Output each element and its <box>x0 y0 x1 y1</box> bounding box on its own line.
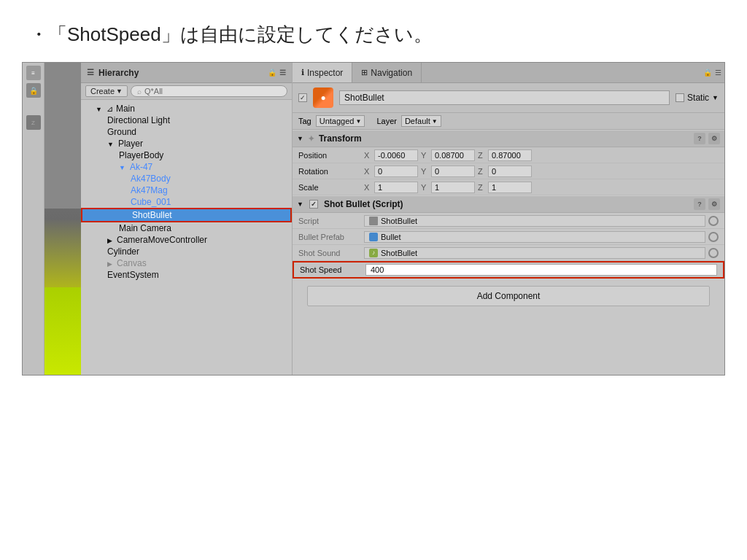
transform-triangle-icon: ▼ <box>297 135 303 142</box>
object-icon: ● <box>313 88 333 108</box>
position-x-input[interactable] <box>374 149 418 161</box>
inspector-panel: ℹ Inspector ⊞ Navigation 🔒 ☰ ● Static ▼ <box>293 63 724 375</box>
rotation-x-input[interactable] <box>374 166 418 177</box>
inspector-menu-icon[interactable]: ☰ <box>715 69 721 77</box>
scale-z-input[interactable] <box>488 182 532 193</box>
search-icon: ⌕ <box>137 88 142 96</box>
scale-x-input[interactable] <box>374 182 418 193</box>
object-name-input[interactable] <box>339 90 670 105</box>
create-button[interactable]: Create ▼ <box>85 85 128 97</box>
sound-circle-link[interactable] <box>708 248 719 258</box>
bullet-asset-icon <box>369 233 378 241</box>
bullet-prefab-row: Bullet Prefab Bullet <box>293 229 724 245</box>
tag-layer-row: Tag Untagged ▼ Layer Default ▼ <box>293 113 724 130</box>
sidebar-item-cube001[interactable]: Cube_001 <box>81 196 292 208</box>
sz-letter: Z <box>478 183 487 192</box>
ry-letter: Y <box>421 167 430 176</box>
strip-menu-icon[interactable]: ≡ <box>26 66 41 80</box>
scale-y-input[interactable] <box>431 182 475 193</box>
z-letter: Z <box>478 151 487 160</box>
position-z-input[interactable] <box>488 149 532 161</box>
scale-y-group: Y <box>421 182 475 193</box>
hierarchy-icon: ☰ <box>87 68 94 77</box>
script-circle-link[interactable] <box>708 216 719 226</box>
script-help-icon[interactable]: ? <box>694 198 705 210</box>
sidebar-item-shotbullet[interactable]: ShotBullet <box>81 208 292 222</box>
rotation-y-input[interactable] <box>431 166 475 177</box>
bullet-circle-link[interactable] <box>708 232 719 242</box>
position-xyz: X Y Z <box>364 149 719 161</box>
script-title: Shot Bullet (Script) <box>324 199 403 209</box>
script-checkbox[interactable] <box>309 200 318 209</box>
bullet-value-box[interactable]: Bullet <box>364 231 705 243</box>
hierarchy-lock-icon[interactable]: 🔒 <box>268 69 276 77</box>
inspector-lock-icon[interactable]: 🔒 <box>703 69 712 77</box>
sound-value-box[interactable]: ♪ ShotBullet <box>364 247 705 259</box>
static-dropdown-icon[interactable]: ▼ <box>712 94 719 101</box>
transform-help-icon[interactable]: ? <box>694 133 705 144</box>
sidebar-item-eventsystem[interactable]: EventSystem <box>81 269 292 281</box>
sidebar-item-canvas[interactable]: Canvas <box>81 257 292 269</box>
script-section-icons: ? ⚙ <box>694 198 720 210</box>
sound-value-text: ShotBullet <box>381 249 417 257</box>
layer-select[interactable]: Default ▼ <box>401 115 441 127</box>
tab-navigation[interactable]: ⊞ Navigation <box>352 63 422 82</box>
sidebar-item-cylinder[interactable]: Cylinder <box>81 246 292 257</box>
rotation-x-group: X <box>364 166 418 177</box>
script-value-box[interactable]: ShotBullet <box>364 215 705 227</box>
sidebar-item-ak47mag[interactable]: Ak47Mag <box>81 184 292 196</box>
position-y-input[interactable] <box>431 149 475 161</box>
rotation-z-group: Z <box>478 166 532 177</box>
script-gear-icon[interactable]: ⚙ <box>708 198 720 210</box>
transform-icon: ✦ <box>308 134 314 144</box>
inspector-tabs: ℹ Inspector ⊞ Navigation 🔒 ☰ <box>293 63 724 83</box>
add-component-button[interactable]: Add Component <box>307 286 710 306</box>
static-checkbox[interactable] <box>676 93 684 102</box>
rx-letter: X <box>364 167 373 176</box>
rotation-label: Rotation <box>298 167 364 176</box>
triangle-ak47-icon <box>119 162 127 172</box>
sidebar-item-player[interactable]: Player <box>81 138 292 149</box>
triangle-canvas-icon <box>107 258 114 268</box>
item-label: EventSystem <box>107 270 159 280</box>
triangle-main-icon <box>96 104 104 114</box>
shot-speed-input[interactable] <box>365 264 717 276</box>
object-checkbox[interactable] <box>298 93 307 102</box>
tag-select[interactable]: Untagged ▼ <box>316 115 365 127</box>
left-strip: ≡ 🔒 Z <box>23 63 44 375</box>
hierarchy-search[interactable]: ⌕ Q*All <box>131 85 287 97</box>
strip-eye-icon: Z <box>26 115 41 130</box>
rotation-xyz: X Y Z <box>364 166 719 177</box>
sidebar-item-directional-light[interactable]: Directional Light <box>81 114 292 126</box>
item-label: Cylinder <box>107 246 139 257</box>
transform-gear-icon[interactable]: ⚙ <box>708 133 720 144</box>
sidebar-item-ak47[interactable]: Ak-47 <box>81 161 292 173</box>
item-label: Ak-47 <box>130 162 152 172</box>
script-prop-label: Script <box>298 217 364 225</box>
item-label: Directional Light <box>107 115 170 125</box>
tab-inspector[interactable]: ℹ Inspector <box>293 63 352 82</box>
sidebar-item-ground[interactable]: Ground <box>81 126 292 138</box>
script-prop-row: Script ShotBullet <box>293 213 724 229</box>
tag-value: Untagged <box>320 117 355 125</box>
inspector-tab-icon: ℹ <box>301 68 304 77</box>
transform-header: ▼ ✦ Transform ? ⚙ <box>293 130 724 147</box>
triangle-camera-icon <box>107 235 114 245</box>
create-label: Create <box>90 87 115 96</box>
strip-lock-icon[interactable]: 🔒 <box>26 83 41 98</box>
item-label: ShotBullet <box>132 210 172 220</box>
item-label: PlayerBody <box>119 150 163 160</box>
sidebar-item-main-camera[interactable]: Main Camera <box>81 222 292 234</box>
create-arrow-icon: ▼ <box>116 88 123 95</box>
sidebar-item-main[interactable]: ⊿ Main <box>81 103 292 114</box>
scale-label: Scale <box>298 183 364 192</box>
sidebar-item-camera-move[interactable]: CameraMoveController <box>81 234 292 246</box>
shot-speed-label: Shot Speed <box>300 265 365 274</box>
viewport: z <box>44 63 81 375</box>
rotation-z-input[interactable] <box>488 166 532 177</box>
sound-audio-icon: ♪ <box>369 249 378 257</box>
sidebar-item-ak47body[interactable]: Ak47Body <box>81 173 292 184</box>
hierarchy-menu-icon[interactable]: ☰ <box>279 69 286 77</box>
position-z-group: Z <box>478 149 532 161</box>
sidebar-item-playerbody[interactable]: PlayerBody <box>81 149 292 161</box>
